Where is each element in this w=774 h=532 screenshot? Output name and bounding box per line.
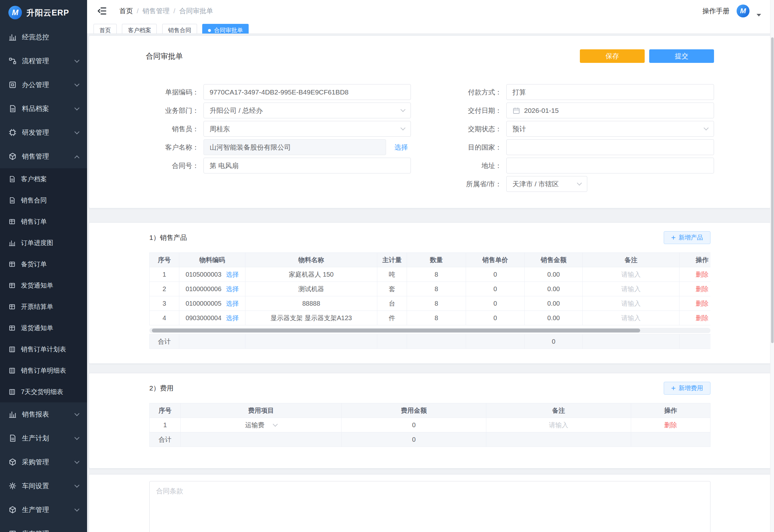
select-material-link[interactable]: 选择 xyxy=(226,270,239,279)
products-header-row: 序号 物料编码 物料名称 主计量 数量 销售单价 销售金额 备注 操作 xyxy=(150,253,711,267)
customer-select-link[interactable]: 选择 xyxy=(394,143,408,152)
sidebar-item-sales-reports[interactable]: 销售报表 xyxy=(0,402,87,426)
select-material-link[interactable]: 选择 xyxy=(226,299,239,308)
dest-country-input[interactable] xyxy=(506,139,714,155)
delete-row-link[interactable]: 删除 xyxy=(696,314,709,321)
delete-row-link[interactable]: 删除 xyxy=(696,300,709,307)
select-material-link[interactable]: 选择 xyxy=(226,285,239,293)
sidebar-item-label: 7天交货明细表 xyxy=(21,388,63,396)
sidebar-item-return-notices[interactable]: 退货通知单 xyxy=(0,317,87,339)
contract-form-card: 合同审批单 保存 提交 单据编码： 业务部门： xyxy=(89,36,771,208)
chevron-down-icon xyxy=(74,435,80,440)
user-menu-caret-icon[interactable] xyxy=(757,14,761,16)
delivery-date-picker[interactable]: 2026-01-15 xyxy=(506,103,714,118)
plus-icon: + xyxy=(671,384,676,392)
payment-input[interactable] xyxy=(506,84,714,100)
sidebar-item-label: 销售订单明细表 xyxy=(21,366,66,375)
delete-row-link[interactable]: 删除 xyxy=(696,271,709,278)
breadcrumb-home[interactable]: 首页 xyxy=(119,6,133,15)
unit-price-cell[interactable]: 0 xyxy=(466,296,525,311)
fees-card: 2）费用 + 新增费用 序号 费用项目 费用金额 备注 操作 xyxy=(89,373,771,468)
contract-no-input[interactable] xyxy=(203,158,411,173)
chevron-down-icon xyxy=(401,107,406,112)
quantity-cell[interactable]: 8 xyxy=(407,311,466,325)
sidebar-item-workflow[interactable]: 流程管理 xyxy=(0,49,87,73)
salesman-select[interactable]: 周桂东 xyxy=(203,121,411,137)
fee-amount-cell[interactable]: 0 xyxy=(342,418,486,432)
fee-item-value: 运输费 xyxy=(245,421,264,429)
col-header: 数量 xyxy=(407,253,466,267)
sidebar-item-label: 客户档案 xyxy=(21,175,47,183)
unit-price-cell[interactable]: 0 xyxy=(466,282,525,296)
sidebar-item-sales[interactable]: 销售管理 xyxy=(0,144,87,168)
sidebar-item-stock-orders[interactable]: 备货订单 xyxy=(0,253,87,275)
page-scrollbar-thumb[interactable] xyxy=(771,37,774,343)
sidebar-item-customer-files[interactable]: 客户档案 xyxy=(0,168,87,190)
user-avatar[interactable]: M xyxy=(737,5,749,17)
sidebar-item-materials[interactable]: 料品档案 xyxy=(0,97,87,121)
sidebar-item-shipping-notices[interactable]: 发货通知单 xyxy=(0,275,87,296)
remark-input[interactable] xyxy=(588,300,673,307)
sidebar-item-7day-delivery-report[interactable]: 7天交货明细表 xyxy=(0,381,87,402)
remark-input[interactable] xyxy=(588,271,673,278)
sidebar-item-production-plan[interactable]: 生产计划 xyxy=(0,426,87,450)
sidebar-item-production-mgmt[interactable]: 生产管理 xyxy=(0,498,87,522)
delivery-7day-icon xyxy=(8,388,16,396)
remark-input[interactable] xyxy=(588,285,673,293)
sidebar-item-label: 生产计划 xyxy=(22,434,49,443)
sidebar-item-inventory[interactable]: 库存管理 xyxy=(0,522,87,532)
fee-item-select[interactable]: 运输费 xyxy=(245,421,277,429)
delivery-status-select[interactable]: 预计 xyxy=(506,121,714,137)
sidebar-item-order-progress[interactable]: 订单进度图 xyxy=(0,232,87,253)
unit-price-cell[interactable]: 0 xyxy=(466,267,525,282)
contract-terms-textarea[interactable] xyxy=(149,481,710,532)
chevron-down-icon xyxy=(74,129,80,134)
sidebar-item-rnd[interactable]: 研发管理 xyxy=(0,121,87,144)
sidebar-item-sales-contracts[interactable]: 销售合同 xyxy=(0,190,87,211)
submit-button[interactable]: 提交 xyxy=(649,49,714,63)
remark-input[interactable] xyxy=(588,314,673,322)
sidebar-item-label: 采购管理 xyxy=(22,458,49,467)
row-index: 3 xyxy=(150,296,179,311)
sidebar-item-purchasing[interactable]: 采购管理 xyxy=(0,450,87,474)
sidebar-item-sales-orders[interactable]: 销售订单 xyxy=(0,211,87,232)
quantity-cell[interactable]: 8 xyxy=(407,267,466,282)
content-pane: 首页 / 销售管理 / 合同审批单 操作手册 M 首页 客户档案 销售合同 合同… xyxy=(87,0,774,532)
tab-sales-contracts[interactable]: 销售合同 xyxy=(162,24,197,34)
sidebar-item-order-detail-report[interactable]: 销售订单明细表 xyxy=(0,360,87,381)
tab-contract-approval[interactable]: 合同审批单 xyxy=(202,24,249,34)
address-input[interactable] xyxy=(506,158,714,173)
save-button[interactable]: 保存 xyxy=(580,49,645,63)
amount-cell: 0.00 xyxy=(525,311,583,325)
col-header: 备注 xyxy=(486,403,631,418)
sidebar-item-invoice-settlement[interactable]: 开票结算单 xyxy=(0,296,87,317)
select-material-link[interactable]: 选择 xyxy=(226,314,239,322)
horizontal-scrollbar-thumb[interactable] xyxy=(152,329,640,332)
page-title: 合同审批单 xyxy=(146,51,183,61)
sidebar-item-business-overview[interactable]: 经营总控 xyxy=(0,25,87,49)
invoice-icon xyxy=(8,303,16,310)
tab-customer-files[interactable]: 客户档案 xyxy=(122,24,157,34)
quantity-cell[interactable]: 8 xyxy=(407,296,466,311)
manual-link[interactable]: 操作手册 xyxy=(702,6,729,15)
unit-price-cell[interactable]: 0 xyxy=(466,311,525,325)
sidebar-collapse-icon[interactable] xyxy=(97,6,107,16)
sidebar-item-workshop-settings[interactable]: 车间设置 xyxy=(0,474,87,498)
add-product-button[interactable]: + 新增产品 xyxy=(664,231,710,244)
province-select[interactable]: 天津市 / 市辖区 xyxy=(506,176,587,192)
remark-input[interactable] xyxy=(494,421,623,429)
total-amount: 0 xyxy=(525,334,583,349)
doc-no-input[interactable] xyxy=(203,84,411,100)
app-logo-row: M 升阳云ERP xyxy=(0,0,87,25)
dept-select[interactable]: 升阳公司 / 总经办 xyxy=(203,103,411,118)
delete-row-link[interactable]: 删除 xyxy=(696,285,709,292)
sidebar-item-office[interactable]: 办公管理 xyxy=(0,73,87,97)
sidebar-item-order-plan-report[interactable]: 销售订单计划表 xyxy=(0,339,87,360)
quantity-cell[interactable]: 8 xyxy=(407,282,466,296)
delete-row-link[interactable]: 删除 xyxy=(664,421,677,429)
tab-home[interactable]: 首页 xyxy=(94,24,117,34)
breadcrumb-section[interactable]: 销售管理 xyxy=(143,6,170,15)
purchase-icon xyxy=(8,458,17,466)
chart-icon xyxy=(8,33,17,41)
add-fee-button[interactable]: + 新增费用 xyxy=(664,382,710,395)
